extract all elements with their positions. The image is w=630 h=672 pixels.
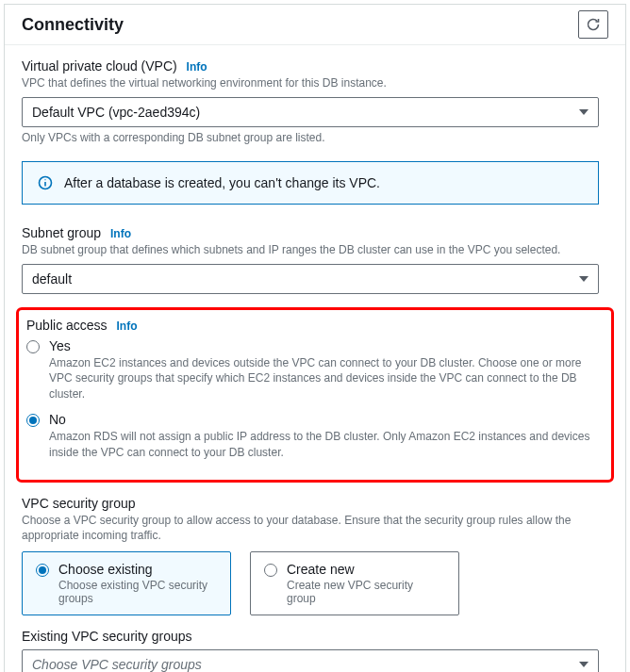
sg-options: Choose existing Choose existing VPC secu…: [22, 551, 608, 615]
svg-point-2: [44, 179, 45, 180]
public-access-yes-desc: Amazon EC2 instances and devices outside…: [49, 355, 604, 402]
existing-sg-placeholder: Choose VPC security groups: [32, 657, 202, 672]
existing-sg-field: Existing VPC security groups Choose VPC …: [22, 629, 608, 672]
public-access-label: Public access: [26, 318, 108, 333]
info-icon: [38, 175, 53, 190]
caret-down-icon: [579, 276, 589, 282]
panel-body: Virtual private cloud (VPC) Info VPC tha…: [5, 45, 625, 672]
public-access-no-desc: Amazon RDS will not assign a public IP a…: [49, 429, 604, 461]
vpc-select-value: Default VPC (vpc-2aed394c): [32, 105, 200, 120]
radio-icon-selected: [26, 414, 40, 427]
sg-existing-desc: Choose existing VPC security groups: [58, 579, 217, 605]
existing-sg-select[interactable]: Choose VPC security groups: [22, 649, 599, 672]
callout-text: After a database is created, you can't c…: [64, 175, 380, 190]
vpc-desc: VPC that defines the virtual networking …: [22, 75, 608, 91]
subnet-label: Subnet group: [22, 225, 101, 240]
subnet-select[interactable]: default: [22, 264, 599, 294]
public-access-no-row[interactable]: No Amazon RDS will not assign a public I…: [26, 412, 604, 461]
connectivity-panel: Connectivity Virtual private cloud (VPC)…: [4, 4, 626, 672]
panel-title: Connectivity: [22, 15, 124, 35]
radio-icon: [264, 564, 277, 577]
subnet-desc: DB subnet group that defines which subne…: [22, 242, 608, 258]
caret-down-icon: [579, 662, 589, 667]
sg-desc: Choose a VPC security group to allow acc…: [22, 513, 608, 545]
public-access-highlight: Public access Info Yes Amazon EC2 instan…: [16, 307, 614, 483]
radio-icon: [26, 340, 40, 353]
public-access-yes-label: Yes: [49, 338, 604, 353]
vpc-change-callout: After a database is created, you can't c…: [22, 161, 599, 205]
public-access-radio-group: Yes Amazon EC2 instances and devices out…: [26, 338, 604, 461]
vpc-label: Virtual private cloud (VPC): [22, 58, 177, 74]
vpc-hint: Only VPCs with a corresponding DB subnet…: [22, 131, 608, 144]
sg-create-new-card[interactable]: Create new Create new VPC security group: [250, 551, 459, 615]
radio-icon-selected: [36, 564, 49, 577]
sg-existing-title: Choose existing: [58, 562, 217, 577]
subnet-info-link[interactable]: Info: [110, 227, 131, 240]
sg-field: VPC security group Choose a VPC security…: [22, 496, 608, 616]
panel-header: Connectivity: [5, 5, 625, 45]
subnet-select-value: default: [32, 271, 72, 287]
sg-new-title: Create new: [287, 562, 445, 577]
sg-new-desc: Create new VPC security group: [287, 579, 445, 605]
public-access-info-link[interactable]: Info: [116, 320, 137, 333]
caret-down-icon: [579, 109, 589, 115]
public-access-yes-row[interactable]: Yes Amazon EC2 instances and devices out…: [26, 338, 604, 402]
refresh-icon: [586, 17, 601, 32]
sg-choose-existing-card[interactable]: Choose existing Choose existing VPC secu…: [22, 551, 231, 615]
sg-label: VPC security group: [22, 496, 608, 511]
vpc-info-link[interactable]: Info: [187, 60, 207, 74]
vpc-select[interactable]: Default VPC (vpc-2aed394c): [22, 97, 599, 127]
existing-sg-label: Existing VPC security groups: [22, 629, 608, 644]
refresh-button[interactable]: [578, 10, 608, 39]
subnet-field: Subnet group Info DB subnet group that d…: [22, 225, 608, 294]
public-access-no-label: No: [49, 412, 604, 427]
vpc-field: Virtual private cloud (VPC) Info VPC tha…: [22, 58, 608, 144]
